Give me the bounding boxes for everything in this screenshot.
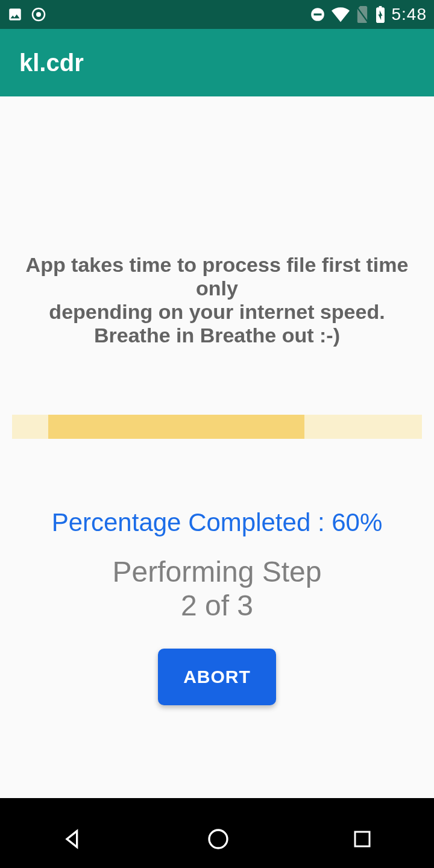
svg-point-1 bbox=[36, 12, 41, 17]
no-sim-icon bbox=[356, 6, 369, 23]
step-line-2: 2 of 3 bbox=[113, 589, 322, 622]
info-line-3: Breathe in Breathe out :-) bbox=[19, 324, 415, 347]
info-line-1: App takes time to process file first tim… bbox=[19, 253, 415, 300]
target-icon bbox=[31, 7, 46, 22]
navigation-bar bbox=[0, 810, 434, 868]
main-content: App takes time to process file first tim… bbox=[0, 96, 434, 705]
status-time: 5:48 bbox=[392, 5, 427, 24]
status-left-icons bbox=[7, 7, 46, 22]
step-progress-label: Performing Step 2 of 3 bbox=[113, 555, 322, 621]
svg-rect-6 bbox=[355, 832, 370, 846]
dnd-icon bbox=[310, 7, 326, 22]
step-line-1: Performing Step bbox=[113, 555, 322, 588]
home-icon[interactable] bbox=[206, 827, 230, 851]
back-icon[interactable] bbox=[61, 827, 85, 851]
battery-charging-icon bbox=[375, 6, 386, 23]
progress-bar bbox=[12, 415, 422, 439]
status-bar: 5:48 bbox=[0, 0, 434, 29]
status-right-icons: 5:48 bbox=[310, 5, 427, 24]
percentage-completed-label: Percentage Completed : 60% bbox=[52, 508, 383, 537]
recent-apps-icon[interactable] bbox=[351, 828, 373, 850]
bottom-strip bbox=[0, 798, 434, 810]
abort-button[interactable]: ABORT bbox=[158, 649, 276, 705]
svg-rect-3 bbox=[313, 13, 321, 15]
app-bar: kl.cdr bbox=[0, 29, 434, 96]
info-line-2: depending on your internet speed. bbox=[19, 300, 415, 324]
svg-point-5 bbox=[209, 830, 227, 848]
image-icon bbox=[7, 7, 23, 22]
app-title: kl.cdr bbox=[19, 49, 84, 77]
progress-indicator bbox=[48, 415, 304, 439]
wifi-icon bbox=[332, 7, 350, 22]
info-message: App takes time to process file first tim… bbox=[12, 253, 422, 347]
